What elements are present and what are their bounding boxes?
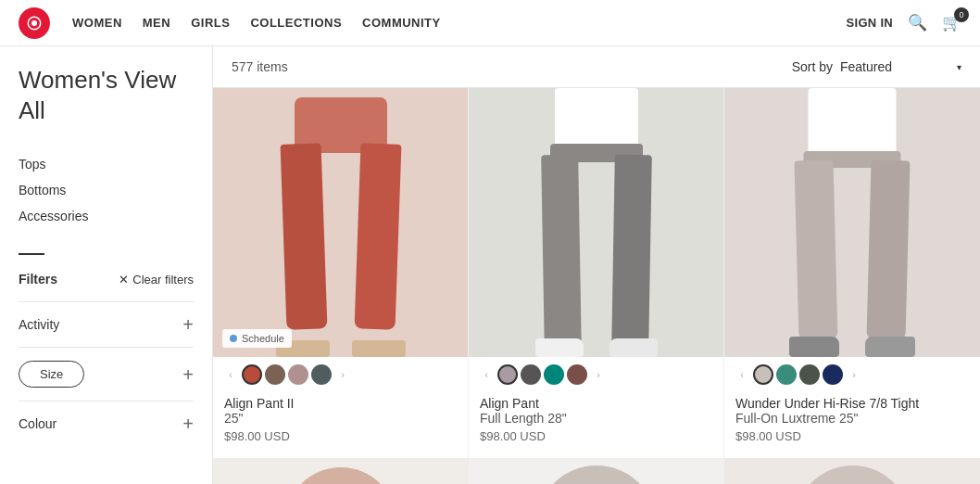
product-info-2: Align Pant Full Length 28" $98.00 USD: [469, 392, 723, 458]
page-body: Women's View All Tops Bottoms Accessorie…: [0, 46, 980, 484]
sort-select[interactable]: Featured Price: Low to High Price: High …: [840, 59, 962, 74]
filters-label: Filters: [19, 272, 57, 287]
swatch-2-1[interactable]: [497, 364, 518, 385]
page-title: Women's View All: [19, 65, 194, 125]
activity-expand-icon: +: [182, 315, 194, 334]
sidebar-item-tops[interactable]: Tops: [19, 151, 194, 177]
swatch-prev-3[interactable]: ‹: [734, 366, 750, 383]
sort-wrapper: Sort by Featured Price: Low to High Pric…: [792, 59, 961, 74]
swatch-prev-2[interactable]: ‹: [478, 366, 495, 383]
toolbar: 577 items Sort by Featured Price: Low to…: [213, 46, 980, 88]
search-icon[interactable]: 🔍: [908, 13, 927, 32]
main-nav: WOMEN MEN GIRLS COLLECTIONS COMMUNITY SI…: [0, 0, 980, 46]
sidebar: Women's View All Tops Bottoms Accessorie…: [0, 46, 213, 484]
cart-count-badge: 0: [954, 7, 969, 22]
product-subname-1: 25": [224, 411, 457, 426]
figure-legs-2: [522, 88, 671, 357]
logo[interactable]: [19, 7, 50, 39]
swatch-1-3[interactable]: [288, 364, 308, 385]
swatch-2-3[interactable]: [544, 364, 564, 385]
category-nav: Tops Bottoms Accessories: [19, 151, 194, 229]
clear-filters-button[interactable]: ✕ Clear filters: [119, 273, 194, 287]
clear-filters-label: Clear filters: [132, 273, 194, 287]
nav-link-community[interactable]: COMMUNITY: [362, 16, 441, 30]
swatch-2-2[interactable]: [521, 364, 541, 385]
nav-link-collections[interactable]: COLLECTIONS: [250, 16, 342, 30]
product-image-bottom-3[interactable]: [724, 458, 980, 484]
product-price-1: $98.00 USD: [224, 429, 457, 443]
sidebar-divider: [19, 253, 44, 255]
product-info-3: Wunder Under Hi-Rise 7/8 Tight Full-On L…: [724, 392, 980, 458]
product-image-bottom-2[interactable]: [469, 458, 723, 484]
nav-link-men[interactable]: MEN: [143, 16, 170, 30]
sort-label: Sort by: [792, 59, 833, 74]
swatch-3-3[interactable]: [799, 364, 820, 385]
figure-legs-1: [267, 97, 415, 357]
cart-icon-wrapper[interactable]: 🛒 0: [942, 13, 961, 32]
item-count: 577 items: [232, 59, 792, 74]
product-price-2: $98.00 USD: [480, 429, 712, 443]
product-name-3[interactable]: Wunder Under Hi-Rise 7/8 Tight: [735, 396, 969, 411]
nav-link-girls[interactable]: GIRLS: [191, 16, 230, 30]
clear-x-icon: ✕: [119, 273, 129, 287]
activity-label: Activity: [19, 317, 59, 332]
swatch-next-1[interactable]: ›: [334, 366, 351, 383]
swatch-next-3[interactable]: ›: [846, 366, 862, 383]
swatch-3-1[interactable]: [753, 364, 773, 385]
product-image-align-pant[interactable]: [469, 88, 723, 357]
schedule-label: Schedule: [242, 333, 284, 344]
swatch-1-1[interactable]: [242, 364, 262, 385]
swatch-next-2[interactable]: ›: [590, 366, 607, 383]
colour-expand-icon: +: [182, 414, 194, 433]
filter-section-colour[interactable]: Colour +: [19, 401, 194, 446]
product-info-1: Align Pant II 25" $98.00 USD: [213, 392, 468, 458]
size-pill[interactable]: Size: [19, 361, 84, 388]
product-image-wunder-under[interactable]: [724, 88, 980, 357]
figure-legs-3: [778, 88, 926, 357]
product-subname-3: Full-On Luxtreme 25": [735, 411, 969, 426]
swatch-row-1: ‹ ›: [213, 357, 468, 392]
product-name-1[interactable]: Align Pant II: [224, 396, 457, 411]
swatch-1-4[interactable]: [311, 364, 332, 385]
filters-header: Filters ✕ Clear filters: [19, 272, 194, 287]
product-image-align-pant-ii[interactable]: Schedule: [213, 88, 468, 357]
schedule-badge[interactable]: Schedule: [222, 329, 292, 348]
schedule-dot: [230, 335, 237, 342]
sort-chevron-icon: ▾: [957, 62, 961, 72]
nav-right: SIGN IN 🔍 🛒 0: [847, 13, 962, 32]
main-content: 577 items Sort by Featured Price: Low to…: [213, 46, 980, 484]
product-name-2[interactable]: Align Pant: [480, 396, 712, 411]
filter-section-size: Size +: [19, 347, 194, 401]
product-grid: Schedule ‹ › Align Pant II 25" $98.00 US…: [213, 88, 980, 484]
filter-section-activity[interactable]: Activity +: [19, 301, 194, 347]
product-subname-2: Full Length 28": [480, 411, 712, 426]
product-card-align-pant: ‹ › Align Pant Full Length 28" $98.00 US…: [469, 88, 724, 484]
sidebar-item-bottoms[interactable]: Bottoms: [19, 177, 194, 203]
nav-links: WOMEN MEN GIRLS COLLECTIONS COMMUNITY: [72, 16, 824, 30]
swatch-row-3: ‹ ›: [724, 357, 980, 392]
colour-label: Colour: [19, 416, 57, 431]
swatch-row-2: ‹ ›: [469, 357, 723, 392]
logo-icon: [26, 15, 43, 32]
swatch-2-4[interactable]: [567, 364, 587, 385]
swatch-3-4[interactable]: [823, 364, 843, 385]
product-card-align-pant-ii: Schedule ‹ › Align Pant II 25" $98.00 US…: [213, 88, 469, 484]
sidebar-item-accessories[interactable]: Accessories: [19, 203, 194, 229]
product-image-bottom-1[interactable]: [213, 458, 468, 484]
product-price-3: $98.00 USD: [735, 429, 969, 443]
swatch-3-2[interactable]: [776, 364, 797, 385]
size-expand-icon[interactable]: +: [182, 365, 194, 384]
product-card-wunder-under: ‹ › Wunder Under Hi-Rise 7/8 Tight Full-…: [724, 88, 980, 484]
svg-point-1: [31, 20, 37, 26]
swatch-1-2[interactable]: [265, 364, 285, 385]
nav-link-women[interactable]: WOMEN: [72, 16, 122, 30]
sign-in-button[interactable]: SIGN IN: [847, 16, 894, 30]
swatch-prev-1[interactable]: ‹: [222, 366, 239, 383]
